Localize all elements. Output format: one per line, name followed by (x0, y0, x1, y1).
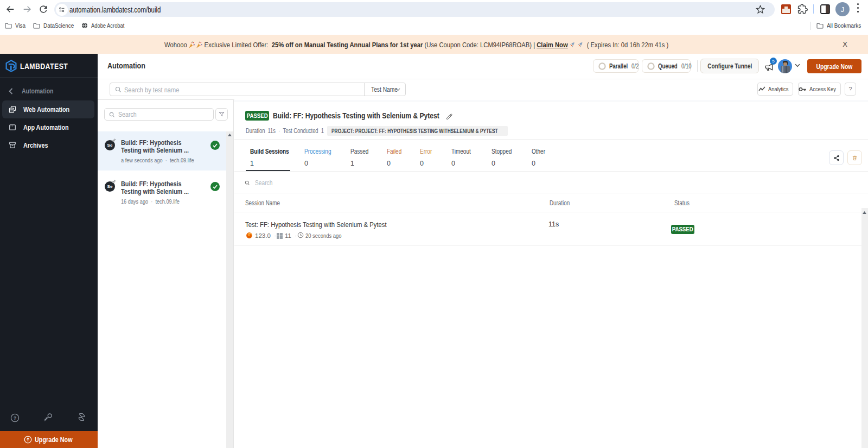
svg-text:?: ? (14, 415, 16, 421)
